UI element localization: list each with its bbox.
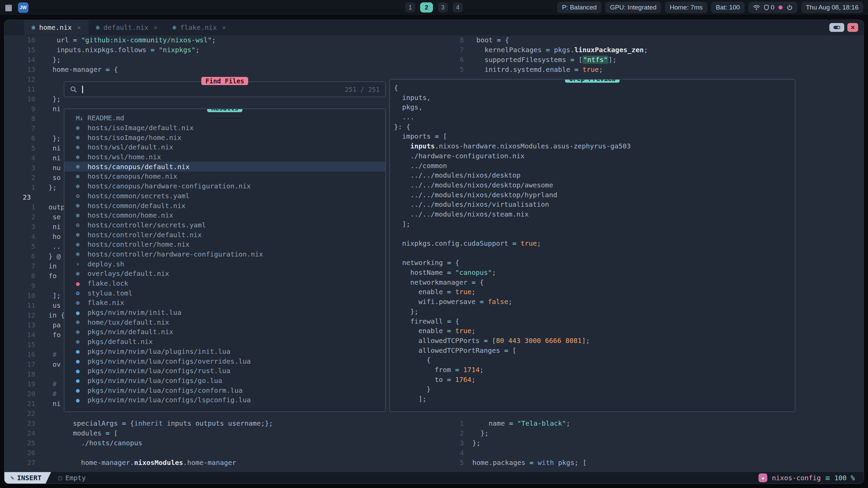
logo-badge[interactable]: JW xyxy=(18,2,28,13)
tab-home.nix[interactable]: ❄home.nix× xyxy=(24,20,88,35)
result-item[interactable]: ●flake.lock xyxy=(64,279,385,288)
result-item[interactable]: ❄hosts/controller/hardware-configuration… xyxy=(64,249,385,259)
result-item[interactable]: ❄hosts/canopus/default.nix xyxy=(64,162,385,171)
workspace-3[interactable]: 3 xyxy=(438,2,448,13)
line-number: 24 xyxy=(4,428,35,438)
power-profile-module[interactable]: P: Balanced xyxy=(557,2,601,13)
code-line: ../../modules/nixos/steam.nix xyxy=(394,209,795,219)
code-line: 6supportedFilesystems = ["ntfs"]; xyxy=(452,55,864,65)
result-item[interactable]: ❄pkgs/default.nix xyxy=(64,337,385,347)
result-item[interactable]: ❄hosts/wsl/default.nix xyxy=(64,142,385,152)
code-line: ../../modules/nixos/desktop xyxy=(394,170,795,180)
right-pane-bottom: 1name = "Tela-black";2};3};45home.packag… xyxy=(452,419,864,468)
result-item[interactable]: ●pkgs/nvim/nvim/lua/configs/rust.lua xyxy=(64,366,385,376)
code-line: 23specialArgs = {inherit inputs outputs … xyxy=(4,419,452,428)
result-item[interactable]: ❄hosts/controller/home.nix xyxy=(64,240,385,249)
nix-file-icon: ❄ xyxy=(76,183,87,190)
line-number: 27 xyxy=(4,458,35,468)
result-item[interactable]: ●pkgs/nvim/nvim/lua/configs/go.lua xyxy=(64,376,385,386)
result-label: flake.nix xyxy=(87,299,124,307)
nix-file-icon: ❄ xyxy=(76,328,87,336)
tray-module[interactable]: 0 xyxy=(748,2,797,13)
result-item[interactable]: ●pkgs/nvim/nvim/init.lua xyxy=(64,308,385,318)
toml-file-icon: ⚙ xyxy=(76,289,87,297)
result-item[interactable]: ❄overlays/default.nix xyxy=(64,269,385,279)
tab-default.nix[interactable]: ❄default.nix× xyxy=(88,20,165,35)
bar-left: ▦ JW xyxy=(5,2,28,13)
code-line: networkmanager = { xyxy=(394,278,795,287)
nix-file-icon: ❄ xyxy=(76,173,87,180)
workspace-1[interactable]: 1 xyxy=(405,2,415,13)
nix-file-icon: ❄ xyxy=(96,24,100,31)
code-line: 4 xyxy=(452,448,864,458)
line-number: 14 xyxy=(4,55,35,65)
file-icon: □ xyxy=(59,474,62,481)
code-line: 16url = "github:nix-community/nixos-wsl"… xyxy=(4,35,452,45)
line-number: 7 xyxy=(4,124,35,134)
tab-flake.nix[interactable]: ❄flake.nix× xyxy=(165,20,234,35)
result-item[interactable]: ●pkgs/nvim/nvim/lua/configs/overrides.lu… xyxy=(64,356,385,366)
window-close-button[interactable]: × xyxy=(847,23,858,32)
result-item[interactable]: ❄hosts/isoImage/home.nix xyxy=(64,133,385,142)
result-item[interactable]: ❄hosts/controller/default.nix xyxy=(64,230,385,240)
result-item[interactable]: ❄hosts/isoImage/default.nix xyxy=(64,123,385,133)
latency-module[interactable]: Home: 7ms xyxy=(665,2,707,13)
result-item[interactable]: ❄hosts/canopus/hardware-configuration.ni… xyxy=(64,181,385,191)
code-line: 25./hosts/canopus xyxy=(4,438,452,448)
line-number: 1 xyxy=(4,183,35,192)
line-number: 6 xyxy=(4,134,35,143)
result-item[interactable]: ●pkgs/nvim/nvim/lua/plugins/init.lua xyxy=(64,347,385,357)
workspace-2[interactable]: 2 xyxy=(420,2,433,13)
result-item[interactable]: ❄hosts/common/home.nix xyxy=(64,210,385,220)
find-files-prompt[interactable]: Find Files 251 / 251 xyxy=(64,81,386,97)
gpu-module[interactable]: GPU: Integrated xyxy=(605,2,661,13)
result-item[interactable]: ❄hosts/common/default.nix xyxy=(64,201,385,210)
line-number: 15 xyxy=(4,340,35,350)
result-label: overlays/default.nix xyxy=(87,269,169,278)
clock-module[interactable]: Thu Aug 08, 18:16 xyxy=(801,2,863,13)
pencil-icon: ✎ xyxy=(11,474,14,481)
toggle-button[interactable] xyxy=(829,23,844,32)
line-number: 8 xyxy=(4,271,35,281)
line-number: 3 xyxy=(4,222,35,232)
result-item[interactable]: ⚙stylua.toml xyxy=(64,288,385,298)
nix-file-icon: ❄ xyxy=(173,24,176,31)
result-label: hosts/isoImage/home.nix xyxy=(87,134,181,142)
code-line: 5initrd.systemd.enable = true; xyxy=(452,65,864,75)
battery-module[interactable]: Bat: 100 xyxy=(711,2,745,13)
code-line: pkgs, xyxy=(394,102,795,112)
line-number: 16 xyxy=(4,350,35,360)
scroll-percent: 100 % xyxy=(834,474,855,482)
line-number: 14 xyxy=(4,330,35,340)
result-item[interactable]: ❄hosts/wsl/home.nix xyxy=(64,152,385,162)
md-file-icon: M↓ xyxy=(76,115,87,122)
nix-file-icon: ❄ xyxy=(76,212,87,219)
yaml-file-icon: ⚙ xyxy=(76,221,87,228)
result-item[interactable]: ❄pkgs/nvim/default.nix xyxy=(64,327,385,337)
result-item[interactable]: ›deploy.sh xyxy=(64,259,385,269)
launcher-icon[interactable]: ▦ xyxy=(5,3,13,12)
tab-close-icon[interactable]: × xyxy=(222,23,226,32)
result-item[interactable]: ⚙hosts/common/secrets.yaml xyxy=(64,191,385,201)
line-number: 4 xyxy=(4,153,35,163)
wifi-icon xyxy=(753,5,760,11)
code-line xyxy=(394,229,795,239)
line-number: 9 xyxy=(4,104,35,114)
result-item[interactable]: ❄hosts/canopus/home.nix xyxy=(64,171,385,181)
tab-close-icon[interactable]: × xyxy=(77,23,81,32)
result-item[interactable]: M↓README.md xyxy=(64,113,385,123)
sh-file-icon: › xyxy=(76,260,87,267)
result-item[interactable]: ❄flake.nix xyxy=(64,298,385,308)
code-line: }; xyxy=(394,307,795,317)
nix-file-icon: ❄ xyxy=(76,241,87,248)
result-item[interactable]: ●pkgs/nvim/nvim/lua/configs/lspconfig.lu… xyxy=(64,395,385,405)
result-item[interactable]: ❄home/tux/default.nix xyxy=(64,317,385,327)
workspace-4[interactable]: 4 xyxy=(453,2,463,13)
line-number: 2 xyxy=(4,173,35,183)
code-line: hostName = "canopus"; xyxy=(394,268,795,278)
result-label: hosts/wsl/home.nix xyxy=(87,153,161,161)
tab-close-icon[interactable]: × xyxy=(154,23,158,32)
result-item[interactable]: ●pkgs/nvim/nvim/lua/configs/conform.lua xyxy=(64,385,385,395)
result-item[interactable]: ⚙hosts/controller/secrets.yaml xyxy=(64,220,385,230)
line-number: 21 xyxy=(4,399,35,409)
